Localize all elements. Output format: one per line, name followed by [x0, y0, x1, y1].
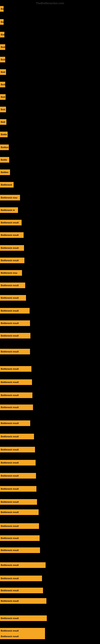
- bar-label: Bottleneck result: [0, 333, 30, 338]
- bar-item: Bottleneck result: [0, 282, 25, 288]
- bar-item: Bottlen: [0, 170, 10, 175]
- bar-item: Bottleneck resu: [0, 270, 22, 276]
- bar-item: Bott: [0, 119, 6, 125]
- bar-item: Bottleneck result: [0, 220, 22, 226]
- bar-item: Bott: [0, 44, 5, 50]
- bar-item: Bott: [0, 107, 6, 112]
- bar-item: Bottleneck result: [0, 349, 30, 354]
- bar-label: Bottleneck result: [0, 295, 26, 301]
- bar-label: Bottleneck result: [0, 232, 24, 238]
- bar-label: Bottleneck result: [0, 598, 47, 604]
- bar-item: Bottleneck result: [0, 562, 46, 568]
- bar-label: Bottleneck result: [0, 588, 43, 593]
- bar-item: Bottleneck result: [0, 628, 45, 634]
- bar-label: Bottlen: [0, 144, 9, 150]
- bar-item: Bottle: [0, 157, 9, 162]
- bar-label: Bot: [0, 32, 4, 38]
- bar-label: Bottleneck result: [0, 548, 40, 553]
- bar-item: Bottleneck: [0, 182, 14, 188]
- bar-label: Bottleneck result: [0, 616, 47, 621]
- bar-label: Bo: [0, 19, 3, 25]
- bar-item: Bottleneck result: [0, 232, 24, 238]
- bar-item: Bottleneck result: [0, 434, 34, 439]
- bar-item: Bottleneck result: [0, 509, 39, 515]
- bar-label: Bottleneck result: [0, 460, 36, 466]
- bar-label: Bottleneck result: [0, 628, 45, 634]
- bar-item: Bottleneck resu: [0, 195, 20, 200]
- bar-label: Bottleneck result: [0, 434, 34, 439]
- bar-item: Bottleneck result: [0, 598, 47, 604]
- bar-item: Bottleneck result: [0, 473, 36, 478]
- bar-label: Bottleneck result: [0, 420, 30, 426]
- bar-item: Bottleneck result: [0, 420, 30, 426]
- bar-label: Bottleneck result: [0, 404, 33, 410]
- bar-item: Bottleneck result: [0, 320, 30, 326]
- bar-item: Bott: [0, 57, 5, 62]
- bar-label: Bottleneck result: [0, 349, 30, 354]
- bar-label: Bottleneck re: [0, 207, 18, 213]
- bar-label: Bottleneck result: [0, 523, 39, 529]
- bar-label: Bott: [0, 57, 5, 62]
- bar-item: Bottleneck result: [0, 245, 24, 251]
- bar-item: Bottle: [0, 132, 8, 137]
- site-title: TheBottlenecker.com: [36, 2, 64, 5]
- bar-item: Bottleneck result: [0, 634, 45, 639]
- bar-label: Bott: [0, 107, 6, 112]
- bar-label: Bottleneck result: [0, 320, 30, 326]
- bar-label: Bottleneck result: [0, 392, 32, 398]
- bar-item: Bottleneck result: [0, 523, 39, 529]
- bar-label: Bottleneck: [0, 182, 14, 188]
- bar-label: Bottleneck result: [0, 447, 35, 452]
- bar-item: Bo: [0, 19, 3, 25]
- bar-item: Bottleneck result: [0, 447, 35, 452]
- bar-item: Bottleneck result: [0, 366, 31, 372]
- bar-label: Bottleneck result: [0, 499, 37, 505]
- bar-item: Bott: [0, 94, 6, 100]
- bar-label: Bottle: [0, 132, 8, 137]
- bar-item: Bottleneck result: [0, 379, 32, 385]
- bar-item: Bottleneck result: [0, 548, 40, 553]
- bar-item: Bottleneck result: [0, 460, 36, 466]
- bar-item: Bottleneck result: [0, 588, 43, 593]
- bar-label: Bo: [0, 6, 3, 12]
- bar-item: Bottleneck result: [0, 258, 24, 263]
- bar-label: Bottleneck result: [0, 509, 39, 515]
- bar-item: Bottleneck result: [0, 333, 30, 338]
- bar-label: Bottleneck result: [0, 308, 30, 314]
- bar-label: Bottlen: [0, 170, 10, 175]
- bar-item: Bott: [0, 69, 6, 75]
- bar-label: Bottleneck result: [0, 379, 32, 385]
- bar-label: Bottleneck resu: [0, 195, 20, 200]
- bar-item: Bottlen: [0, 144, 9, 150]
- bar-item: Bottleneck result: [0, 392, 32, 398]
- bar-label: Bott: [0, 69, 6, 75]
- bar-item: Bottleneck result: [0, 308, 30, 314]
- bar-item: Bottleneck result: [0, 499, 37, 505]
- bar-item: Bottleneck result: [0, 535, 40, 541]
- bar-item: Bottleneck result: [0, 486, 36, 492]
- bar-item: Bot: [0, 32, 4, 38]
- bar-label: Bottleneck result: [0, 634, 45, 639]
- bar-label: Bott: [0, 44, 5, 50]
- bar-label: Bottle: [0, 157, 9, 162]
- bar-item: Bottleneck result: [0, 576, 42, 581]
- bar-label: Bott: [0, 119, 6, 125]
- bar-label: Bottleneck result: [0, 535, 40, 541]
- bar-label: Bott: [0, 94, 6, 100]
- bar-item: Bott: [0, 82, 5, 87]
- bar-label: Bottleneck result: [0, 576, 42, 581]
- bar-label: Bottleneck resu: [0, 270, 22, 276]
- bar-item: Bottleneck re: [0, 207, 18, 213]
- bar-label: Bott: [0, 82, 5, 87]
- bar-label: Bottleneck result: [0, 486, 36, 492]
- bar-label: Bottleneck result: [0, 258, 24, 263]
- bar-item: Bottleneck result: [0, 404, 33, 410]
- bar-item: Bo: [0, 6, 3, 12]
- bar-label: Bottleneck result: [0, 282, 25, 288]
- bar-item: Bottleneck result: [0, 295, 26, 301]
- bar-label: Bottleneck result: [0, 366, 31, 372]
- bar-label: Bottleneck result: [0, 473, 36, 478]
- bar-label: Bottleneck result: [0, 562, 46, 568]
- bar-label: Bottleneck result: [0, 220, 22, 226]
- bar-label: Bottleneck result: [0, 245, 24, 251]
